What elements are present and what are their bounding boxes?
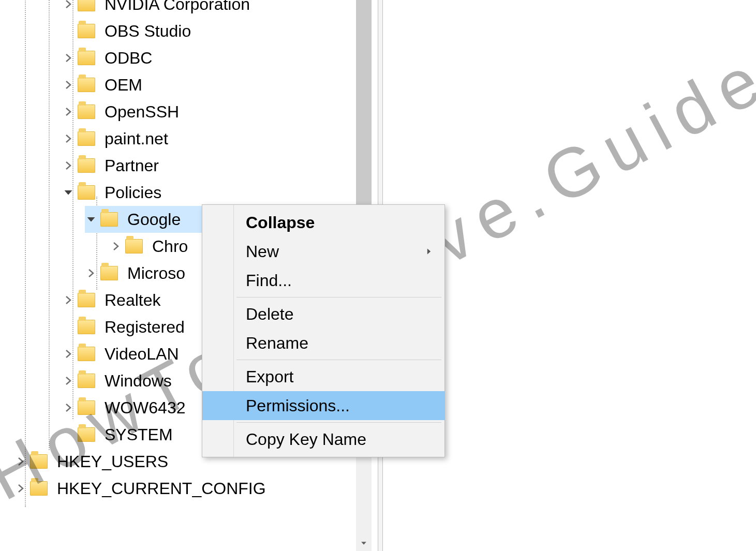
- tree-item-label: Policies: [102, 183, 161, 202]
- menu-item-label: New: [246, 242, 279, 261]
- tree-item-system[interactable]: SYSTEM: [62, 421, 173, 448]
- folder-icon: [100, 212, 118, 227]
- menu-item-label: Permissions...: [246, 396, 350, 415]
- tree-item-paintnet[interactable]: paint.net: [62, 125, 168, 152]
- tree-item-videolan[interactable]: VideoLAN: [62, 340, 179, 367]
- menu-item-find[interactable]: Find...: [202, 266, 444, 295]
- tree-item-obs[interactable]: OBS Studio: [62, 18, 191, 44]
- menu-separator: [236, 360, 441, 360]
- chevron-right-icon[interactable]: [110, 240, 122, 252]
- chevron-down-icon[interactable]: [62, 186, 75, 199]
- scrollbar-thumb[interactable]: [356, 0, 372, 217]
- folder-icon: [78, 105, 95, 119]
- folder-icon: [78, 78, 95, 92]
- folder-icon: [30, 454, 48, 469]
- menu-item-label: Rename: [246, 334, 308, 353]
- folder-icon: [78, 185, 95, 200]
- tree-item-label: paint.net: [102, 129, 168, 148]
- tree-item-partner[interactable]: Partner: [62, 152, 159, 179]
- menu-item-permissions[interactable]: Permissions...: [202, 391, 444, 420]
- tree-item-oem[interactable]: OEM: [62, 71, 142, 98]
- tree-item-label: NVIDIA Corporation: [102, 0, 250, 14]
- tree-item-label: HKEY_CURRENT_CONFIG: [55, 479, 266, 498]
- menu-item-label: Export: [246, 367, 293, 386]
- chevron-right-icon: [425, 244, 433, 259]
- tree-item-label: Windows: [102, 371, 172, 391]
- tree-item-label: Registered: [102, 318, 185, 337]
- chevron-right-icon[interactable]: [62, 79, 75, 91]
- folder-icon: [78, 0, 95, 11]
- chevron-right-icon[interactable]: [62, 106, 75, 118]
- menu-item-export[interactable]: Export: [202, 362, 444, 391]
- menu-item-label: Collapse: [246, 213, 315, 232]
- folder-icon: [78, 131, 95, 146]
- folder-icon: [78, 158, 95, 173]
- tree-item-label: Partner: [102, 156, 159, 175]
- expander-placeholder: [62, 428, 75, 441]
- chevron-right-icon[interactable]: [62, 0, 75, 10]
- chevron-right-icon[interactable]: [62, 401, 75, 414]
- folder-icon: [78, 400, 95, 415]
- tree-item-label: VideoLAN: [102, 345, 179, 364]
- tree-item-nvidia[interactable]: NVIDIA Corporation: [62, 0, 250, 18]
- tree-item-label: Chro: [150, 237, 188, 256]
- tree-item-label: Google: [125, 210, 181, 229]
- tree-item-microsoft[interactable]: Microso: [85, 260, 185, 287]
- menu-item-delete[interactable]: Delete: [202, 300, 444, 329]
- tree-item-realtek[interactable]: Realtek: [62, 287, 161, 314]
- tree-item-hkey-current-config[interactable]: HKEY_CURRENT_CONFIG: [14, 475, 266, 502]
- chevron-right-icon[interactable]: [62, 348, 75, 360]
- menu-item-label: Delete: [246, 305, 294, 324]
- folder-icon: [78, 51, 95, 65]
- tree-item-label: Microso: [125, 264, 185, 283]
- chevron-right-icon[interactable]: [14, 455, 27, 468]
- scroll-down-button[interactable]: [356, 535, 372, 551]
- chevron-right-icon[interactable]: [62, 132, 75, 145]
- tree-item-policies[interactable]: Policies: [62, 179, 161, 206]
- menu-item-label: Copy Key Name: [246, 430, 366, 449]
- chevron-right-icon[interactable]: [62, 375, 75, 387]
- chevron-right-icon[interactable]: [14, 482, 27, 495]
- menu-item-label: Find...: [246, 271, 292, 290]
- tree-item-hkey-users[interactable]: HKEY_USERS: [14, 448, 168, 475]
- folder-icon: [100, 266, 118, 280]
- folder-icon: [78, 374, 95, 388]
- tree-item-label: WOW6432: [102, 398, 185, 418]
- chevron-right-icon[interactable]: [62, 52, 75, 64]
- tree-item-label: HKEY_USERS: [55, 452, 168, 471]
- folder-icon: [78, 427, 95, 442]
- folder-icon: [78, 320, 95, 334]
- tree-guide-line: [25, 0, 26, 507]
- expander-placeholder: [62, 25, 75, 37]
- folder-icon: [78, 347, 95, 361]
- menu-item-new[interactable]: New: [202, 237, 444, 266]
- chevron-right-icon[interactable]: [62, 294, 75, 306]
- tree-item-label: OpenSSH: [102, 102, 179, 122]
- folder-icon: [30, 481, 48, 496]
- folder-icon: [78, 24, 95, 38]
- tree-item-label: OBS Studio: [102, 22, 191, 41]
- tree-item-registered[interactable]: Registered: [62, 314, 185, 340]
- tree-item-wow6432[interactable]: WOW6432: [62, 394, 185, 421]
- tree-item-label: OEM: [102, 76, 142, 95]
- tree-item-label: Realtek: [102, 291, 161, 310]
- tree-item-odbc[interactable]: ODBC: [62, 44, 152, 71]
- folder-icon: [125, 239, 143, 254]
- menu-item-rename[interactable]: Rename: [202, 329, 444, 358]
- menu-item-copy-key-name[interactable]: Copy Key Name: [202, 425, 444, 454]
- tree-item-chrome[interactable]: Chro: [110, 233, 188, 260]
- menu-item-collapse[interactable]: Collapse: [202, 208, 444, 237]
- expander-placeholder: [62, 321, 75, 333]
- folder-icon: [78, 293, 95, 307]
- chevron-right-icon[interactable]: [62, 159, 75, 172]
- tree-item-label: SYSTEM: [102, 425, 173, 444]
- menu-separator: [236, 422, 441, 423]
- tree-guide-line: [49, 0, 50, 450]
- tree-item-windows[interactable]: Windows: [62, 367, 172, 394]
- chevron-down-icon[interactable]: [85, 213, 97, 226]
- chevron-right-icon[interactable]: [85, 267, 97, 279]
- tree-item-openssh[interactable]: OpenSSH: [62, 98, 179, 125]
- menu-separator: [236, 297, 441, 297]
- tree-item-label: ODBC: [102, 49, 152, 68]
- context-menu: Collapse New Find... Delete Rename Expor…: [202, 204, 445, 457]
